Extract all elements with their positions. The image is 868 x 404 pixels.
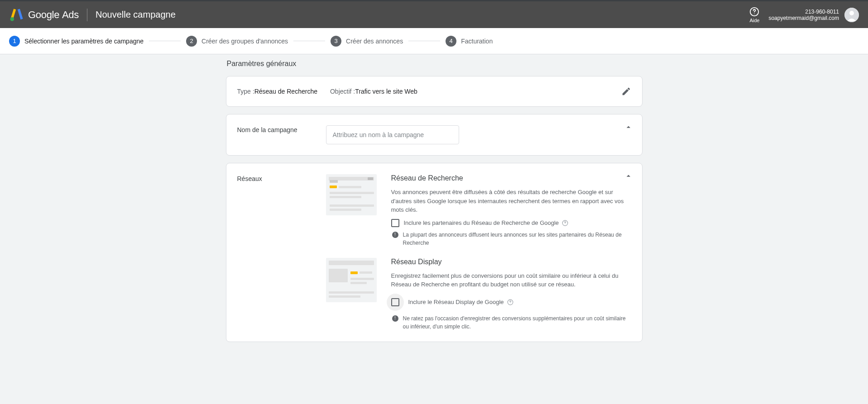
svg-point-4 xyxy=(849,11,854,15)
display-network-title: Réseau Display xyxy=(391,258,631,266)
chevron-up-icon xyxy=(624,171,633,181)
help-button[interactable]: Aide xyxy=(749,7,759,23)
networks-label: Réseaux xyxy=(237,174,326,331)
svg-point-8 xyxy=(510,303,510,304)
type-value: Réseau de Recherche xyxy=(254,88,317,95)
user-avatar[interactable] xyxy=(844,8,859,22)
search-network-desc: Vos annonces peuvent être diffusées à cô… xyxy=(391,188,631,214)
collapse-toggle[interactable] xyxy=(623,171,634,181)
search-hint-text: La plupart des annonceurs diffusent leur… xyxy=(403,231,631,247)
display-include-label: Inclure le Réseau Display de Google xyxy=(408,299,504,305)
display-thumbnail xyxy=(326,258,377,331)
step-number: 4 xyxy=(446,36,456,47)
step-number: 1 xyxy=(9,36,20,47)
info-icon[interactable] xyxy=(561,219,569,227)
step-number: 3 xyxy=(331,36,341,47)
user-email: soapyetmermaid@gmail.com xyxy=(768,15,839,21)
section-heading: Paramètres généraux xyxy=(227,60,643,68)
search-network-title: Réseau de Recherche xyxy=(391,174,631,182)
display-hint-text: Ne ratez pas l'occasion d'enregistrer de… xyxy=(403,314,631,331)
stepper: 1 Sélectionner les paramètres de campagn… xyxy=(0,28,868,54)
step-label: Facturation xyxy=(461,38,493,45)
step-connector xyxy=(293,41,325,41)
svg-point-2 xyxy=(754,13,755,14)
user-info: 213-960-8011 soapyetmermaid@gmail.com xyxy=(768,9,839,21)
edit-icon[interactable] xyxy=(621,86,631,96)
brand-name: Google Ads xyxy=(28,9,79,21)
brand-logo-group[interactable]: Google Ads xyxy=(9,7,79,23)
help-label: Aide xyxy=(749,18,759,23)
help-icon xyxy=(749,7,759,17)
content-area: Paramètres généraux Type : Réseau de Rec… xyxy=(221,60,647,367)
search-partners-label: Inclure les partenaires du Réseau de Rec… xyxy=(404,219,559,226)
collapse-toggle[interactable] xyxy=(623,122,634,133)
display-hint: ! Ne ratez pas l'occasion d'enregistrer … xyxy=(391,314,631,331)
step-connector xyxy=(408,41,440,41)
hint-icon: ! xyxy=(392,232,398,238)
avatar-icon xyxy=(844,8,859,22)
info-icon[interactable] xyxy=(507,299,514,306)
search-hint: ! La plupart des annonceurs diffusent le… xyxy=(391,231,631,247)
step-label: Créer des annonces xyxy=(346,38,403,45)
display-include-checkbox[interactable] xyxy=(391,298,399,306)
display-network-desc: Enregistrez facilement plus de conversio… xyxy=(391,271,631,289)
svg-point-6 xyxy=(565,224,566,224)
step-connector xyxy=(149,41,181,41)
display-network-row: Réseau Display Enregistrez facilement pl… xyxy=(326,258,631,331)
step-4[interactable]: 4 Facturation xyxy=(446,36,493,47)
page-title: Nouvelle campagne xyxy=(96,10,176,20)
top-bar: Google Ads Nouvelle campagne Aide 213-96… xyxy=(0,0,868,28)
step-label: Sélectionner les paramètres de campagne xyxy=(24,38,144,45)
hint-icon: ! xyxy=(392,315,398,322)
step-2[interactable]: 2 Créer des groupes d'annonces xyxy=(186,36,288,47)
objective-label: Objectif : xyxy=(330,88,355,95)
divider xyxy=(87,9,87,21)
user-phone: 213-960-8011 xyxy=(805,9,839,15)
svg-point-0 xyxy=(10,17,14,21)
search-thumbnail xyxy=(326,174,377,247)
step-3[interactable]: 3 Créer des annonces xyxy=(331,36,403,47)
objective-value: Trafic vers le site Web xyxy=(355,88,417,95)
search-partners-checkbox[interactable] xyxy=(391,219,399,227)
search-network-row: Réseau de Recherche Vos annonces peuvent… xyxy=(326,174,631,247)
summary-card: Type : Réseau de Recherche Objectif : Tr… xyxy=(226,76,643,107)
campaign-name-input[interactable] xyxy=(326,125,459,144)
step-1[interactable]: 1 Sélectionner les paramètres de campagn… xyxy=(9,36,144,47)
campaign-name-label: Nom de la campagne xyxy=(237,125,326,144)
chevron-up-icon xyxy=(624,123,633,132)
google-ads-logo-icon xyxy=(9,7,24,23)
step-label: Créer des groupes d'annonces xyxy=(201,38,288,45)
step-number: 2 xyxy=(186,36,197,47)
campaign-name-card: Nom de la campagne xyxy=(226,114,643,156)
networks-card: Réseaux xyxy=(226,163,643,342)
type-label: Type : xyxy=(237,88,254,95)
